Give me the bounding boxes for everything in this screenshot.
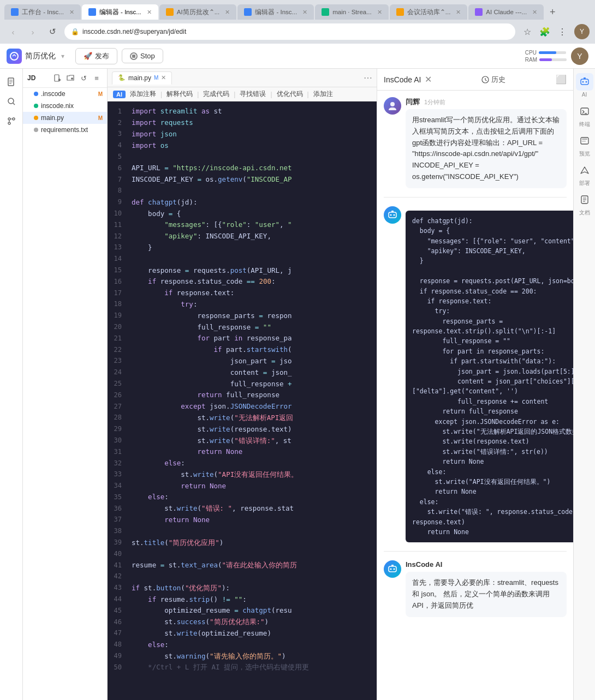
tab-close-4[interactable]: ✕ (302, 9, 307, 16)
collapse-button[interactable]: ≡ (91, 72, 103, 84)
ai2-message-text: 首先，需要导入必要的库：streamlit、requests 和 json。 然… (412, 578, 558, 609)
code-line-26: return full_response (132, 390, 372, 401)
tab-close-1[interactable]: ✕ (69, 9, 74, 16)
stop-button[interactable]: Stop (122, 49, 163, 63)
file-item-inscode[interactable]: .inscode M (23, 88, 107, 100)
tab-close-7[interactable]: ✕ (532, 9, 537, 16)
editor-tab-main[interactable]: 🐍 main.py M ✕ (112, 71, 172, 85)
user-avatar-header[interactable]: Y (571, 47, 588, 65)
svg-point-0 (10, 52, 18, 60)
more-icon[interactable]: ⋮ (555, 24, 570, 39)
refresh-button[interactable]: ↺ (78, 72, 90, 84)
code-line-38 (132, 525, 372, 537)
svg-point-5 (8, 98, 14, 104)
code-line-19: response_parts = respon (132, 310, 372, 321)
file-item-requirements[interactable]: requirements.txt (23, 124, 107, 136)
expand-panel-button[interactable]: ⬜ (556, 74, 567, 85)
sep1: | (160, 91, 162, 98)
browser-tab-7[interactable]: AI Claude ---... ✕ (468, 4, 544, 20)
tab-close-2[interactable]: ✕ (147, 9, 152, 16)
tab-close-main[interactable]: ✕ (161, 74, 166, 81)
browser-tab-3[interactable]: AI简历批改⌃... ✕ (159, 4, 236, 20)
ai2-message-content: InsCode AI 首先，需要导入必要的库：streamlit、request… (406, 560, 567, 617)
toolbar-explain[interactable]: 解释代码 (166, 89, 193, 99)
tab-close-3[interactable]: ✕ (225, 9, 230, 16)
code-line-28: st.write("无法解析API返回 (132, 412, 372, 424)
tab-modified-indicator: M (154, 75, 158, 81)
file-item-main[interactable]: main.py M (23, 112, 107, 124)
new-file-button[interactable] (51, 72, 63, 84)
svg-point-28 (582, 81, 584, 83)
header-right: CPU RAM Y (525, 47, 588, 65)
chat-area[interactable]: 闫辉 1分钟前 用streamlit写一个简历优化应用。通过长文本输入框填写简历… (377, 91, 573, 700)
user-chat-bubble: 用streamlit写一个简历优化应用。通过长文本输入框填写简历文本，点击按钮之… (406, 109, 567, 188)
toolbar-complete[interactable]: 完成代码 (203, 89, 229, 99)
panel-close-icon[interactable]: ✕ (425, 74, 432, 85)
profile-avatar[interactable]: Y (574, 24, 590, 39)
code-line-5 (132, 151, 372, 163)
ram-bar (539, 58, 567, 61)
tab-close-6[interactable]: ✕ (456, 9, 461, 16)
reload-button[interactable]: ↺ (45, 24, 60, 39)
bookmark-icon[interactable]: ☆ (520, 24, 535, 39)
code-content[interactable]: import streamlit as st import requests i… (127, 101, 377, 700)
code-line-30: st.write("错误详情:", st (132, 435, 372, 446)
new-folder-button[interactable] (64, 72, 76, 84)
toolbar-add-comment[interactable]: 添加注释 (130, 89, 156, 99)
file-name-nix: inscode.nix (41, 102, 74, 110)
panel-title: InsCode AI ✕ (384, 74, 432, 85)
toolbar-add-more[interactable]: 添加注 (313, 89, 333, 99)
code-line-39: st.title("简历优化应用") (132, 537, 372, 548)
svg-point-8 (13, 118, 15, 120)
lock-icon: 🔒 (71, 28, 79, 35)
sidebar-icon-git[interactable] (3, 112, 20, 130)
history-button[interactable]: 历史 (481, 75, 505, 85)
sep5: | (307, 91, 309, 98)
right-icon-terminal[interactable] (576, 103, 593, 120)
address-bar: ‹ › ↺ 🔒 inscode.csdn.net/@superyan/jd/ed… (0, 20, 595, 44)
browser-tab-5[interactable]: main · Strea... ✕ (315, 4, 389, 20)
editor-tabs: 🐍 main.py M ✕ ⋯ (108, 69, 377, 87)
code-line-40 (132, 548, 372, 560)
stop-square (132, 55, 135, 58)
ai-toolbar-badge[interactable]: AI (113, 91, 126, 98)
right-panel: InsCode AI ✕ 历史 ⬜ 闫辉 1分钟前 (377, 69, 573, 700)
right-icon-docs[interactable] (576, 191, 593, 208)
publish-icon: 🚀 (84, 52, 92, 60)
new-tab-button[interactable]: + (545, 4, 560, 20)
right-icon-ai[interactable] (576, 73, 593, 91)
right-icon-preview[interactable] (576, 132, 593, 149)
file-name-inscode: .inscode (41, 90, 66, 98)
publish-button[interactable]: 🚀 发布 (75, 48, 117, 64)
svg-line-17 (485, 80, 487, 81)
ai-chat-avatar (384, 206, 401, 224)
tab-label-2: 编辑器 - Insc... (99, 8, 141, 16)
right-icon-deploy[interactable] (576, 161, 593, 179)
svg-point-24 (390, 569, 392, 570)
right-icon-deploy-label: 部署 (579, 180, 590, 187)
browser-tab-6[interactable]: 会议活动库⌃... ✕ (390, 4, 468, 20)
browser-tab-2[interactable]: 编辑器 - Insc... ✕ (82, 4, 158, 20)
toolbar-find-error[interactable]: 寻找错误 (240, 89, 266, 99)
file-item-nix[interactable]: inscode.nix (23, 100, 107, 112)
svg-rect-34 (582, 139, 587, 140)
code-line-48: else: (132, 639, 372, 650)
chat-message-ai2: InsCode AI 首先，需要导入必要的库：streamlit、request… (384, 560, 567, 617)
tab-close-5[interactable]: ✕ (377, 9, 382, 16)
ai-chat-avatar-2 (384, 560, 401, 578)
code-editor[interactable]: 123 456 789 101112 131415 161718 192021 … (108, 101, 377, 700)
extensions-icon[interactable]: 🧩 (537, 24, 552, 39)
sidebar-icon-files[interactable] (3, 73, 20, 91)
editor-more-icon[interactable]: ⋯ (364, 73, 372, 83)
browser-tab-1[interactable]: 工作台 - Insc... ✕ (4, 4, 81, 20)
tab-favicon-3 (166, 8, 174, 16)
forward-button[interactable]: › (25, 24, 40, 39)
url-bar[interactable]: 🔒 inscode.csdn.net/@superyan/jd/edit (64, 23, 515, 40)
browser-tab-4[interactable]: 编辑器 - Insc... ✕ (237, 4, 314, 20)
chat-message-user: 闫辉 1分钟前 用streamlit写一个简历优化应用。通过长文本输入框填写简历… (384, 97, 567, 188)
toolbar-optimize[interactable]: 优化代码 (277, 89, 303, 99)
app-title-dropdown-icon[interactable]: ▾ (61, 52, 64, 60)
chat-separator (384, 197, 567, 198)
sidebar-icon-search[interactable] (3, 93, 20, 110)
back-button[interactable]: ‹ (5, 24, 21, 39)
